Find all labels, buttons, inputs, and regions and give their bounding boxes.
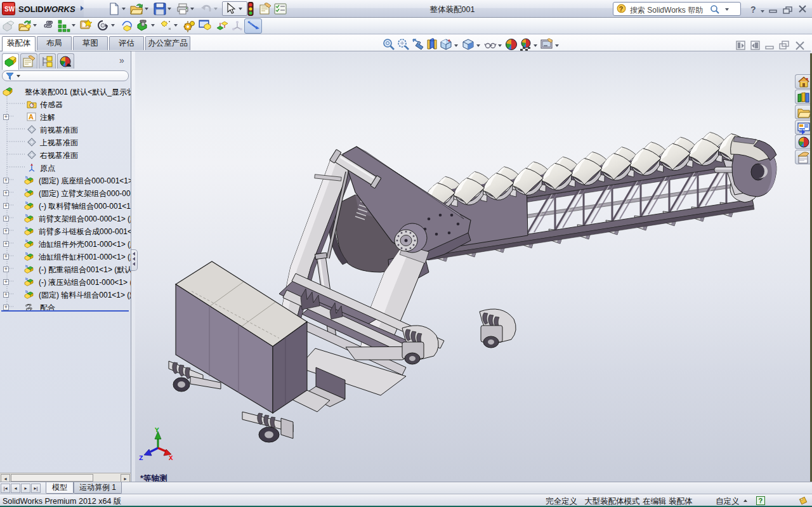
svg-text:A: A (29, 113, 34, 121)
svg-text:SW: SW (4, 6, 15, 13)
svg-text:?: ? (619, 5, 623, 13)
svg-text:Y: Y (155, 426, 159, 434)
svg-text:?: ? (759, 497, 763, 504)
svg-text:Z: Z (139, 454, 143, 462)
svg-text:X: X (169, 454, 173, 462)
